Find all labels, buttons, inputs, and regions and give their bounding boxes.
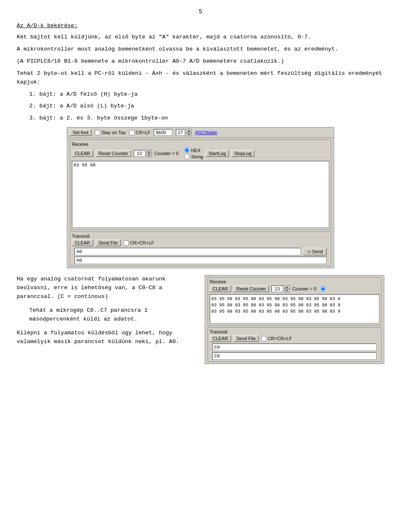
- receive-counter-down-1[interactable]: ▼: [146, 153, 152, 157]
- receive-label-2: Receive: [210, 279, 379, 284]
- send-button-1[interactable]: -> Send: [303, 248, 327, 255]
- transmit-bottom-1: -> Send A0: [74, 248, 327, 264]
- counter-display-toolbar: 27: [176, 129, 185, 136]
- transmit-section-1: Transmit CLEAR Send File CR=CR+LF -> Sen…: [70, 232, 331, 266]
- string-radio-label-1[interactable]: String: [184, 154, 203, 159]
- heading: Az A/D-k bekérése:: [17, 22, 384, 31]
- receive-counter-1: 13 ▲ ▼: [134, 150, 152, 157]
- spinner-down[interactable]: ▼: [186, 132, 192, 136]
- receive-label-1: Receive: [72, 142, 329, 147]
- transmit-input-2[interactable]: C0: [212, 344, 377, 351]
- receive-section-2: Receive CLEAR Reset Counter 13 ▲ ▼ Count…: [208, 277, 381, 326]
- reset-counter-button-1[interactable]: Reset Counter: [96, 150, 131, 157]
- stay-on-top-checkbox[interactable]: [95, 130, 100, 135]
- para1: Két bájtot kell küldjünk, az első byte a…: [17, 33, 384, 42]
- hex-label-1: HEX: [191, 148, 200, 153]
- stoplog-button-1[interactable]: StopLog: [231, 150, 254, 157]
- hex-radio-label-1[interactable]: HEX: [184, 148, 203, 153]
- string-label-1: String: [191, 154, 203, 159]
- cr-checkbox-label-1[interactable]: CR=CR+LF: [123, 240, 154, 246]
- hex-radio-2[interactable]: [320, 286, 326, 292]
- spinner-up[interactable]: ▲: [186, 129, 192, 132]
- transmit-controls-2: CLEAR Send File CR=CR+LF: [210, 335, 379, 342]
- counter-eq-label-1: Counter = 0: [155, 151, 179, 156]
- bottom-left-text: Ha egy analóg csatornát folyamatosan aka…: [17, 275, 196, 364]
- send-file-button-1[interactable]: Send File: [96, 239, 121, 246]
- counter-eq-label-2: Counter = 0: [292, 286, 317, 291]
- cr-checkbox-2[interactable]: [261, 336, 266, 341]
- toolbar-1: Set font Stay on Top CR=LF 9600 27 ▲ ▼ A…: [67, 127, 334, 138]
- transmit-bottom-display-1: A0: [74, 257, 327, 264]
- receive-data-line2: 03 95 98 03 95 98 03 95 98 03 95 98 03 9…: [211, 302, 378, 308]
- reset-counter-button-2[interactable]: Reset Counter: [233, 285, 269, 292]
- bottom-para1: Ha egy analóg csatornát folyamatosan aka…: [17, 275, 196, 301]
- transmit-clear-button-2[interactable]: CLEAR: [210, 335, 231, 342]
- cr-checkbox-label-2[interactable]: CR=CR+LF: [261, 336, 292, 341]
- send-input-1[interactable]: [74, 248, 301, 255]
- stay-on-top-label: Stay on Top: [102, 130, 126, 135]
- radio-placeholder-2: [320, 286, 326, 292]
- para3: (A PICPLC8/16 B1-8 bemenete a mikrokontr…: [17, 57, 384, 66]
- hex-radio-1[interactable]: [184, 148, 190, 153]
- cr-label-2: CR=CR+LF: [268, 336, 292, 341]
- receive-clear-button-1[interactable]: CLEAR: [72, 150, 93, 157]
- counter-value-2: 13: [272, 285, 283, 292]
- transmit-section-2: Transmit CLEAR Send File CR=CR+LF C0 C0: [208, 327, 381, 362]
- bottom-section: Ha egy analóg csatornát folyamatosan aka…: [17, 275, 384, 364]
- send-row-1: -> Send: [74, 248, 327, 255]
- crlf-checkbox-label[interactable]: CR=LF: [129, 130, 150, 135]
- format-radio-group-1: HEX String: [184, 148, 203, 159]
- counter-spinner-toolbar: 27 ▲ ▼: [176, 129, 192, 136]
- crlf-label: CR=LF: [136, 130, 150, 135]
- terminal-window-1: Set font Stay on Top CR=LF 9600 27 ▲ ▼ A…: [67, 127, 334, 268]
- receive-counter-spinner-1[interactable]: ▲ ▼: [146, 150, 152, 157]
- list-item-2: 2. bájt: a A/D alsó (L) byte-ja: [29, 102, 384, 111]
- page-number: 5: [17, 8, 384, 15]
- receive-data-line1: 03 95 98 03 95 98 03 95 98 03 95 98 03 9…: [211, 296, 378, 302]
- transmit-controls-1: CLEAR Send File CR=CR+LF: [72, 239, 329, 246]
- counter-value-1: 13: [134, 150, 145, 157]
- list-item-1: 1. bájt: a A/D felső (H) byte-ja: [29, 90, 384, 99]
- receive-counter-up-2[interactable]: ▲: [284, 285, 290, 289]
- receive-counter-up-1[interactable]: ▲: [146, 150, 152, 153]
- bottom-para3: Kilépni a folyamatos küldésből úgy lehet…: [17, 329, 196, 346]
- terminal-window-2: Receive CLEAR Reset Counter 13 ▲ ▼ Count…: [205, 275, 384, 364]
- list-item-3: 3. bájt: a 2. és 3. byte összege 1byte-o…: [29, 114, 384, 123]
- receive-data-area-1: 03 95 98: [72, 161, 329, 228]
- send-file-button-2[interactable]: Send File: [233, 335, 259, 342]
- cr-checkbox-1[interactable]: [123, 240, 129, 246]
- setfont-button[interactable]: Set font: [70, 129, 91, 136]
- receive-data-line3: 03 95 98 03 95 98 03 95 98 03 95 98 03 9…: [211, 308, 378, 315]
- receive-counter-2: 13 ▲ ▼: [272, 285, 290, 293]
- receive-data-area-2: 03 95 98 03 95 98 03 95 98 03 95 98 03 9…: [210, 294, 379, 323]
- bottom-para2: Tehát a mikrogép C0..C7 parancsra 1 máso…: [29, 306, 196, 324]
- para2: A mikrokontroller most analóg bemenetkén…: [17, 45, 384, 54]
- heading-text: Az A/D-k bekérése:: [17, 23, 78, 29]
- receive-counter-spinner-2[interactable]: ▲ ▼: [284, 285, 290, 293]
- transmit-bottom-2: C0 C0: [212, 344, 377, 360]
- string-radio-1[interactable]: [184, 154, 190, 159]
- receive-section-1: Receive CLEAR Reset Counter 13 ▲ ▼ Count…: [70, 140, 331, 230]
- receive-counter-down-2[interactable]: ▼: [284, 289, 290, 293]
- transmit-bottom-display-2: C0: [212, 352, 377, 360]
- counter-spinner-arrows[interactable]: ▲ ▼: [186, 129, 192, 136]
- transmit-clear-button-1[interactable]: CLEAR: [72, 239, 93, 246]
- transmit-label-1: Transmit: [72, 234, 329, 239]
- ascii-table-link[interactable]: ASCIItable: [195, 130, 217, 135]
- crlf-checkbox[interactable]: [129, 130, 135, 135]
- receive-controls-2: CLEAR Reset Counter 13 ▲ ▼ Counter = 0: [210, 285, 379, 293]
- para4: Tehát 2 byte-ot kell a PC-ről küldeni - …: [17, 69, 384, 87]
- transmit-label-2: Transmit: [210, 329, 379, 334]
- cr-label-1: CR=CR+LF: [130, 240, 154, 245]
- receive-controls-1: CLEAR Reset Counter 13 ▲ ▼ Counter = 0 H…: [72, 148, 329, 159]
- stay-on-top-checkbox-label[interactable]: Stay on Top: [95, 130, 126, 135]
- receive-clear-button-2[interactable]: CLEAR: [210, 285, 231, 292]
- startlog-button-1[interactable]: StartLog: [206, 150, 229, 157]
- speed-display: 9600: [154, 129, 173, 136]
